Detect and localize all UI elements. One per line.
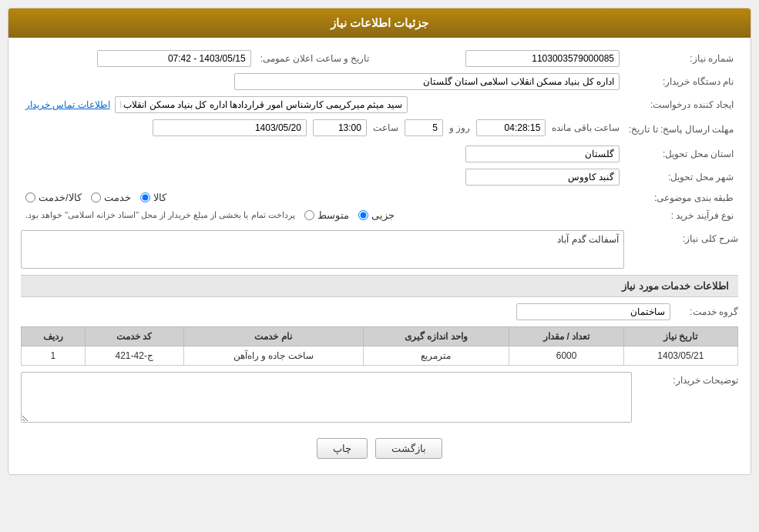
days-label: روز و: [449, 122, 470, 133]
creator-input[interactable]: [115, 96, 408, 113]
cell-date: 1403/05/21: [623, 346, 737, 366]
creator-label: ایجاد کننده درخواست:: [624, 93, 738, 116]
date-label: تاریخ و ساعت اعلان عمومی:: [256, 47, 374, 70]
service-group-input[interactable]: [516, 303, 670, 320]
org-label: نام دستگاه خریدار:: [624, 70, 738, 93]
date-input[interactable]: [97, 50, 251, 67]
purchase-type-desc: پرداخت تمام یا بخشی از مبلغ خریدار از مح…: [25, 210, 295, 220]
org-input[interactable]: [234, 73, 620, 90]
col-date: تاریخ نیاز: [623, 327, 737, 346]
col-service-name: نام خدمت: [183, 327, 363, 346]
need-number-label: شماره نیاز:: [624, 47, 738, 70]
contact-link[interactable]: اطلاعات تماس خریدار: [25, 99, 110, 110]
category-label: طبقه بندی موضوعی:: [624, 189, 738, 206]
category-khedmat[interactable]: خدمت: [91, 192, 131, 203]
services-table: تاریخ نیاز تعداد / مقدار واحد اندازه گیر…: [21, 326, 738, 366]
col-unit: واحد اندازه گیری: [363, 327, 509, 346]
city-label: شهر محل تحویل:: [624, 166, 738, 189]
category-kala[interactable]: کالا: [140, 192, 166, 203]
cell-unit: مترمربع: [363, 346, 509, 366]
buyer-notes-textarea[interactable]: [21, 372, 632, 423]
col-qty: تعداد / مقدار: [509, 327, 623, 346]
need-number-input[interactable]: [465, 50, 620, 67]
time-input[interactable]: [313, 119, 367, 136]
time-label: ساعت: [373, 122, 398, 133]
buyer-notes-label: توضیحات خریدار:: [638, 372, 738, 386]
deadline-label: مهلت ارسال پاسخ: تا تاریخ:: [624, 116, 738, 142]
purchase-type-jozi[interactable]: جزیی: [358, 209, 395, 221]
page-header: جزئیات اطلاعات نیاز: [8, 8, 751, 38]
back-button[interactable]: بازگشت: [375, 438, 442, 459]
category-kala-khedmat[interactable]: کالا/خدمت: [25, 192, 82, 203]
services-section-header: اطلاعات خدمات مورد نیاز: [21, 275, 738, 297]
col-row-num: ردیف: [22, 327, 86, 346]
general-desc-value: آسفالت گدم آباد: [557, 234, 619, 245]
info-table: شماره نیاز: تاریخ و ساعت اعلان عمومی: نا…: [21, 47, 738, 224]
purchase-type-label: نوع فرآیند خرید :: [624, 206, 738, 224]
remaining-label: ساعت باقی مانده: [552, 122, 620, 133]
cell-service-code: ج-42-421: [85, 346, 183, 366]
deadline-date-input[interactable]: [153, 119, 307, 136]
province-label: استان محل تحویل:: [624, 142, 738, 166]
service-group-label: گروه خدمت:: [677, 306, 738, 317]
general-desc-box: آسفالت گدم آباد: [21, 230, 624, 269]
general-desc-label: شرح کلی نیاز:: [630, 230, 738, 244]
cell-qty: 6000: [509, 346, 623, 366]
cell-row-num: 1: [22, 346, 86, 366]
purchase-type-motovaset[interactable]: متوسط: [304, 209, 349, 221]
table-row: 1403/05/21 6000 مترمربع ساخت جاده و راه‌…: [22, 346, 738, 366]
province-input[interactable]: [465, 146, 620, 162]
print-button[interactable]: چاپ: [317, 438, 368, 459]
remaining-input[interactable]: [476, 119, 546, 136]
page-title: جزئیات اطلاعات نیاز: [331, 16, 428, 29]
city-input[interactable]: [465, 169, 620, 186]
button-row: بازگشت چاپ: [21, 432, 738, 465]
cell-service-name: ساخت جاده و راه‌آهن: [183, 346, 363, 366]
days-input[interactable]: [405, 119, 443, 136]
col-service-code: کد خدمت: [85, 327, 183, 346]
